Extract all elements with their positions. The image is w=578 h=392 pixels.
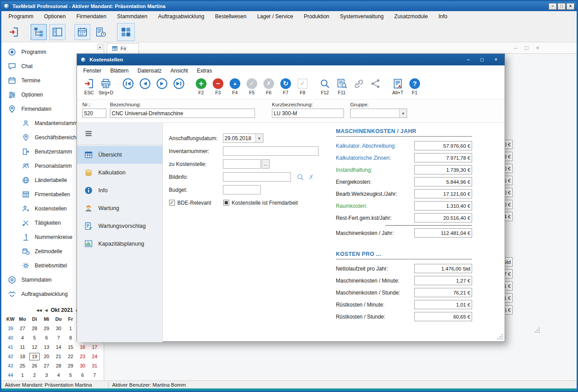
bezeichnung-field[interactable]: [110, 109, 255, 118]
calendar-day[interactable]: 28: [53, 361, 65, 371]
calendar-day[interactable]: 17: [89, 343, 101, 352]
value-box[interactable]: 5.844,96 €: [414, 177, 472, 186]
calendar-day[interactable]: 1: [16, 371, 28, 380]
value-box[interactable]: 1,01 €: [414, 300, 472, 309]
calendar-day[interactable]: 8: [65, 333, 77, 343]
menu-item-auftragsabwicklung[interactable]: Auftragsabwicklung: [153, 12, 210, 21]
exit-button[interactable]: [6, 24, 22, 40]
calendar-day[interactable]: 7: [53, 333, 65, 343]
dialog-menu-ansicht[interactable]: Ansicht: [166, 67, 192, 75]
calendar-day[interactable]: 27: [40, 361, 53, 371]
dialog-add-button[interactable]: F2: [193, 77, 210, 95]
calendar-day[interactable]: 26: [28, 361, 40, 371]
calendar-day[interactable]: 4: [53, 371, 65, 380]
zu-kostenstelle-field[interactable]: [223, 159, 261, 169]
menu-item-programm[interactable]: Programm: [3, 12, 39, 21]
dialog-menu-extras[interactable]: Extras: [192, 67, 216, 75]
chevron-down-icon[interactable]: ▾: [255, 134, 263, 142]
calendar-day[interactable]: 5: [28, 333, 40, 343]
dialog-menu-datensatz[interactable]: Datensatz: [133, 67, 166, 75]
value-box[interactable]: 17.121,60 €: [414, 189, 472, 198]
calendar-day[interactable]: 2: [28, 371, 40, 380]
dialog-menu-blaettern[interactable]: Blättern: [106, 67, 133, 75]
dialog-search-button[interactable]: F12: [316, 77, 333, 95]
calendar-day[interactable]: 4: [16, 333, 28, 343]
dialog-print-button[interactable]: Strg+D: [97, 77, 114, 95]
calendar-day[interactable]: 3: [40, 371, 53, 380]
dialog-text-form-button[interactable]: Alt+T: [389, 77, 406, 95]
value-box[interactable]: 60,65 €: [414, 312, 472, 321]
calendar-day[interactable]: 16: [77, 343, 89, 352]
sidebar-scroll-up-button[interactable]: ▲: [97, 44, 103, 50]
protocol-button[interactable]: [93, 24, 109, 40]
calendar-day[interactable]: 27: [16, 324, 28, 333]
dialog-menu-fenster[interactable]: Fenster: [79, 67, 106, 75]
calendar-day[interactable]: 11: [16, 343, 28, 352]
menu-item-bestellwesen[interactable]: Bestellwesen: [210, 12, 252, 21]
menu-item-info[interactable]: Info: [433, 12, 453, 21]
value-box[interactable]: 1,27 €: [414, 276, 472, 285]
close-button[interactable]: ×: [566, 3, 574, 10]
module-grid-button[interactable]: [117, 23, 135, 41]
calendar-day[interactable]: 23: [77, 352, 89, 361]
dialog-print-preview-button[interactable]: F11: [333, 77, 350, 95]
dialog-close-button[interactable]: ×: [494, 57, 497, 63]
browse-button[interactable]: ...: [262, 159, 270, 169]
value-box[interactable]: 1.739,30 €: [414, 165, 472, 174]
calendar-day[interactable]: 7: [89, 371, 101, 380]
dialog-save-button[interactable]: F5: [243, 77, 260, 95]
bde-relevant-checkbox[interactable]: [169, 200, 175, 206]
calendar-day[interactable]: 22: [65, 352, 77, 361]
calendar-day[interactable]: 30: [53, 324, 65, 333]
value-box[interactable]: 1.310,40 €: [414, 201, 472, 210]
minimize-button[interactable]: –: [549, 3, 557, 10]
calendar-day[interactable]: 25: [16, 361, 28, 371]
calendar-day[interactable]: 6: [40, 333, 53, 343]
background-resize-grip[interactable]: [534, 327, 540, 333]
background-minimize-button[interactable]: –: [514, 44, 517, 51]
bildinfo-field[interactable]: [223, 172, 291, 182]
budget-field[interactable]: [223, 185, 261, 194]
tab-wartungsvorschlag[interactable]: Wartungsvorschlag: [77, 217, 162, 235]
dialog-titlebar[interactable]: Kostenstellen – □ ×: [77, 54, 505, 65]
tab-kapazitaetsplanung[interactable]: Kapazitätsplanung: [77, 235, 162, 253]
dialog-link-button[interactable]: [350, 77, 367, 95]
background-window-tab[interactable]: Fir: [107, 43, 139, 53]
calendar-day[interactable]: 21: [53, 352, 65, 361]
calendar-day[interactable]: 30: [77, 361, 89, 371]
gruppe-select[interactable]: ▾: [350, 109, 407, 118]
calendar-day-today[interactable]: 19: [28, 352, 40, 361]
search-icon[interactable]: [296, 173, 304, 181]
menu-item-produktion[interactable]: Produktion: [299, 12, 335, 21]
inventarnummer-field[interactable]: [223, 146, 319, 156]
menu-item-lager-service[interactable]: Lager / Service: [252, 12, 299, 21]
tab-uebersicht[interactable]: Übersicht: [77, 146, 162, 164]
menu-item-stammdaten[interactable]: Stammdaten: [112, 12, 153, 21]
dialog-nav-prev-button[interactable]: [137, 77, 154, 95]
calendar-day[interactable]: 29: [40, 324, 53, 333]
background-maximize-button[interactable]: □: [525, 44, 529, 51]
dialog-minimize-button[interactable]: –: [467, 57, 470, 63]
value-box[interactable]: 112.481,04 €: [414, 228, 472, 238]
calendar-day[interactable]: 15: [65, 343, 77, 352]
dialog-nav-first-button[interactable]: [120, 77, 137, 95]
dialog-esc-button[interactable]: ESC: [81, 77, 97, 95]
calendar-button[interactable]: [74, 24, 90, 40]
value-box[interactable]: 7.971,78 €: [414, 153, 472, 162]
tab-info[interactable]: Info: [77, 182, 162, 199]
menu-item-zusatzmodule[interactable]: Zusatzmodule: [389, 12, 433, 21]
tab-kalkulation[interactable]: Kalkulation: [77, 164, 162, 182]
dialog-help-button[interactable]: F1: [406, 77, 423, 95]
calendar-day[interactable]: 12: [28, 343, 40, 352]
detail-panel-button[interactable]: [49, 24, 65, 40]
prev-year-button[interactable]: ◀◀: [36, 308, 42, 312]
calendar-day[interactable]: 13: [40, 343, 53, 352]
dialog-maximize-button[interactable]: □: [481, 57, 484, 63]
menu-item-systemverwaltung[interactable]: Systemverwaltung: [335, 12, 389, 21]
clear-icon[interactable]: ✗: [309, 174, 314, 181]
dialog-cancel-button[interactable]: F6: [260, 77, 277, 95]
calendar-day[interactable]: 20: [40, 352, 53, 361]
menu-item-optionen[interactable]: Optionen: [39, 12, 71, 21]
background-close-button[interactable]: ×: [536, 44, 539, 51]
chevron-down-icon[interactable]: ▾: [399, 109, 407, 117]
